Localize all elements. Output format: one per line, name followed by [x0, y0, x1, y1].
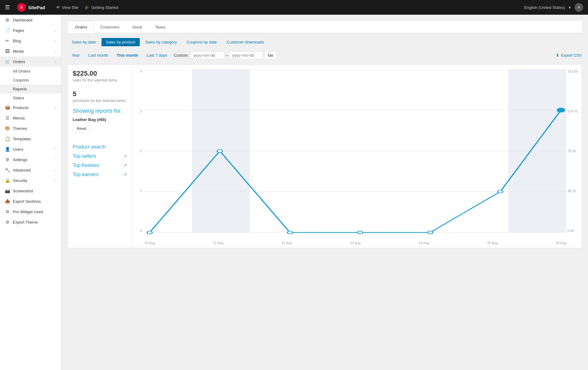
sidebar-item-users[interactable]: 👤 Users › [0, 144, 61, 154]
x-label-23aug: 23 Aug [350, 241, 361, 245]
panel-link-top-earners[interactable]: Top earners ↗ [73, 170, 127, 179]
sidebar-item-settings[interactable]: ⚙ Settings › [0, 154, 61, 165]
sidebar-item-export-theme[interactable]: ⚙ Export Theme [0, 217, 61, 227]
pro-widget-icon: ⚙ [5, 209, 10, 214]
language-selector[interactable]: English (United States) [524, 5, 565, 10]
sidebar-item-dashboard[interactable]: ⊞ Dashboard [0, 15, 61, 25]
x-label-22aug: 22 Aug [281, 241, 292, 245]
sidebar-item-pro-widget[interactable]: ⚙ Pro Widget Used [0, 206, 61, 217]
data-point-22aug [287, 231, 292, 234]
y-label-3: 3 [140, 109, 142, 113]
sidebar-item-themes[interactable]: 🎨 Themes [0, 123, 61, 134]
x-label-26aug: 26 Aug [556, 241, 566, 245]
tab-stock[interactable]: Stock [126, 21, 149, 33]
sidebar-item-label: Orders [13, 59, 25, 64]
custom-label: Custom: [174, 53, 189, 58]
data-point-23aug [357, 231, 363, 234]
y-right-label-38: 38.25 [567, 189, 576, 193]
tab-customers[interactable]: Customers [94, 21, 126, 33]
y-label-2: 2 [140, 149, 142, 153]
panel-link-top-sellers[interactable]: Top sellers ↗ [73, 152, 127, 161]
sidebar: ⊞ Dashboard 📄 Pages › ✏ Blog › 🖼 Media › [0, 15, 61, 370]
stats-section: $225.00 sales for the selected items 5 p… [73, 70, 127, 103]
tab-orders[interactable]: Orders [69, 21, 94, 33]
go-button[interactable]: Go [264, 51, 276, 59]
period-this-month[interactable]: This month [113, 51, 143, 59]
chevron-right-icon: › [55, 147, 56, 151]
custom-date-end[interactable] [229, 51, 263, 59]
sidebar-item-menus[interactable]: ☰ Menus [0, 113, 61, 123]
chevron-right-icon: › [55, 28, 56, 32]
y-right-label-114: 114.75 [567, 109, 578, 113]
products-icon: 📦 [5, 105, 10, 110]
chevron-right-icon: › [55, 39, 56, 43]
y-label-1: 1 [140, 189, 142, 193]
product-search-label: Product search [73, 144, 106, 150]
period-last-7-days[interactable]: Last 7 days [143, 51, 172, 59]
sidebar-item-screenshot[interactable]: 📷 Screenshot [0, 186, 61, 196]
period-nav: Year Last month This month Last 7 days C… [67, 51, 582, 59]
settings-icon: ⚙ [5, 157, 10, 162]
sub-nav-sales-by-date[interactable]: Sales by date [67, 38, 100, 46]
period-last-month[interactable]: Last month [84, 51, 112, 59]
sidebar-item-orders[interactable]: 🛒 Orders › [0, 56, 61, 67]
line-chart [144, 70, 566, 232]
chevron-right-icon: › [55, 168, 56, 172]
chart-container: $225.00 sales for the selected items 5 p… [67, 64, 582, 248]
chevron-right-icon: › [55, 179, 56, 182]
sub-nav-sales-by-category[interactable]: Sales by category [141, 38, 181, 46]
expand-icon: ↗ [123, 172, 127, 177]
sidebar-sub-all-orders[interactable]: All Orders [0, 67, 61, 76]
sidebar-item-label: Users [13, 147, 23, 152]
panel-divider [73, 137, 127, 138]
sidebar-item-label: Screenshot [13, 189, 33, 193]
x-label-25aug: 25 Aug [487, 241, 498, 245]
tab-taxes[interactable]: Taxes [149, 21, 172, 33]
expand-icon: ↗ [123, 154, 127, 159]
product-name: Leather Bag (#65) [73, 117, 127, 122]
date-dash: – [226, 53, 228, 58]
sidebar-sub-coupons[interactable]: Coupons [0, 76, 61, 85]
sidebar-item-security[interactable]: 🔒 Security › [0, 175, 61, 186]
main-layout: ⊞ Dashboard 📄 Pages › ✏ Blog › 🖼 Media › [0, 15, 588, 370]
themes-icon: 🎨 [5, 126, 10, 131]
topbar-right: English (United States) ▾ A [524, 3, 583, 12]
sidebar-item-export-sections[interactable]: 📤 Export Sections [0, 196, 61, 206]
sidebar-item-label: Themes [13, 126, 27, 131]
stat-amount-label: sales for the selected items [73, 78, 127, 82]
view-site-nav[interactable]: 👁 View Site [56, 5, 78, 10]
sidebar-item-pages[interactable]: 📄 Pages › [0, 25, 61, 36]
sidebar-item-label: Export Theme [13, 220, 38, 225]
topbar-nav: 👁 View Site 🎓 Getting Started [56, 5, 118, 10]
custom-date-start[interactable] [191, 51, 224, 59]
period-year[interactable]: Year [67, 51, 84, 59]
topbar: ☰ S SitePad 👁 View Site 🎓 Getting Starte… [0, 0, 588, 15]
x-label-24aug: 24 Aug [418, 241, 429, 245]
sidebar-item-templates[interactable]: 📋 Templates [0, 134, 61, 144]
stat-count-label: purchases for the selected items [73, 99, 127, 103]
sub-nav: Sales by date Sales by product Sales by … [67, 38, 582, 46]
menu-icon[interactable]: ☰ [5, 4, 10, 11]
getting-started-nav[interactable]: 🎓 Getting Started [85, 5, 118, 10]
sidebar-item-label: Advanced [13, 168, 31, 172]
sidebar-item-products[interactable]: 📦 Products › [0, 102, 61, 113]
export-csv-button[interactable]: ⬇ Export CSV [556, 53, 582, 58]
sidebar-sub-status[interactable]: Status [0, 93, 61, 102]
sidebar-sub-reports[interactable]: Reports [0, 85, 61, 93]
svg-rect-6 [508, 70, 566, 232]
chart-area: 4 3 2 1 0 153.00 114.75 76.50 38.25 0.00 [132, 65, 582, 248]
top-earners-label: Top earners [73, 172, 99, 177]
sidebar-item-advanced[interactable]: 🔧 Advanced › [0, 165, 61, 175]
sub-nav-customer-downloads[interactable]: Customer downloads [222, 38, 268, 46]
avatar[interactable]: A [575, 3, 583, 12]
sidebar-item-media[interactable]: 🖼 Media › [0, 46, 61, 56]
reset-button[interactable]: Reset [73, 125, 90, 132]
sidebar-item-blog[interactable]: ✏ Blog › [0, 36, 61, 46]
y-right-label-153: 153.00 [567, 70, 578, 73]
sub-nav-coupons-by-date[interactable]: Coupons by date [182, 38, 221, 46]
panel-link-top-freebies[interactable]: Top freebies ↗ [73, 161, 127, 170]
sub-nav-sales-by-product[interactable]: Sales by product [101, 38, 140, 46]
dashboard-icon: ⊞ [5, 17, 10, 22]
panel-link-product-search[interactable]: Product search [73, 142, 127, 152]
chart-svg-area [144, 70, 566, 232]
